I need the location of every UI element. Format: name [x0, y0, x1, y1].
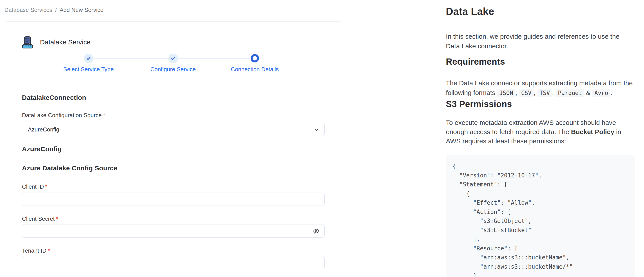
service-form-pane: Database Services / Add New Service	[0, 0, 430, 277]
format-chip: JSON	[497, 89, 515, 97]
docs-title: Data Lake	[446, 5, 635, 18]
required-asterisk: *	[45, 183, 48, 190]
docs-intro-paragraph: In this section, we provide guides and r…	[446, 32, 635, 51]
breadcrumb-separator: /	[55, 7, 57, 14]
step-3-active-circle-icon	[250, 54, 259, 63]
breadcrumb-add-new-service: Add New Service	[60, 7, 103, 14]
step-2-check-icon	[168, 54, 178, 63]
formats-paragraph: The Data Lake connector supports extract…	[446, 78, 635, 98]
datalake-icon	[22, 36, 33, 49]
breadcrumb: Database Services / Add New Service	[4, 7, 104, 14]
config-source-selected-value: AzureConfig	[28, 126, 59, 133]
s3-permissions-heading: S3 Permissions	[446, 99, 635, 109]
client-secret-label-text: Client Secret	[22, 215, 55, 222]
client-id-label-text: Client ID	[22, 183, 44, 190]
azure-config-heading: AzureConfig	[22, 145, 325, 153]
client-secret-input[interactable]	[22, 224, 325, 238]
format-chip: Parquet	[556, 89, 584, 97]
client-secret-label: Client Secret*	[22, 215, 325, 222]
tenant-id-label-text: Tenant ID	[22, 247, 46, 254]
format-chip: TSV	[537, 89, 552, 97]
chevron-down-icon	[314, 126, 320, 133]
service-title: Datalake Service	[40, 39, 90, 46]
card-header: Datalake Service	[22, 36, 325, 48]
policy-bold-text: Bucket Policy	[571, 128, 614, 135]
breadcrumb-database-services[interactable]: Database Services	[4, 7, 52, 14]
requirements-heading: Requirements	[446, 56, 635, 67]
step-1-check-icon	[84, 54, 93, 63]
required-asterisk: *	[48, 247, 50, 254]
stepper-connector-2	[178, 58, 250, 59]
config-source-label: DataLake Configuration Source*	[22, 112, 325, 119]
config-source-select[interactable]: AzureConfig	[22, 123, 325, 136]
stepper: Select Service Type Configure Service Co…	[22, 54, 325, 73]
tenant-id-label: Tenant ID*	[22, 247, 325, 254]
bucket-policy-code-block: { "Version": "2012-10-17", "Statement": …	[446, 155, 635, 277]
eye-off-icon	[313, 227, 320, 234]
required-asterisk: *	[103, 112, 105, 119]
azure-datalake-config-source-heading: Azure Datalake Config Source	[22, 164, 325, 172]
step-label-connection-details[interactable]: Connection Details	[211, 66, 299, 73]
docs-panel: Data Lake In this section, we provide gu…	[430, 0, 644, 277]
tenant-id-input[interactable]	[22, 256, 325, 269]
bucket-policy-code: { "Version": "2012-10-17", "Statement": …	[452, 162, 628, 277]
connection-form: DatalakeConnection DataLake Configuratio…	[5, 94, 342, 269]
toggle-password-visibility-button[interactable]	[312, 227, 321, 235]
client-secret-field	[22, 224, 325, 238]
app-root: Database Services / Add New Service	[0, 0, 644, 277]
client-id-label: Client ID*	[22, 183, 325, 190]
step-label-configure-service[interactable]: Configure Service	[129, 66, 217, 73]
step-label-select-service-type[interactable]: Select Service Type	[44, 66, 132, 73]
client-id-input[interactable]	[22, 193, 325, 206]
policy-paragraph: To execute metadata extraction AWS accou…	[446, 118, 635, 146]
format-chip: CSV	[519, 89, 534, 97]
config-source-label-text: DataLake Configuration Source	[22, 112, 102, 119]
add-service-card: Datalake Service Select Service Type Con…	[4, 21, 342, 277]
stepper-connector-1	[93, 58, 168, 59]
format-chip: Avro	[592, 89, 610, 97]
required-asterisk: *	[56, 215, 58, 222]
form-heading: DatalakeConnection	[22, 94, 325, 102]
